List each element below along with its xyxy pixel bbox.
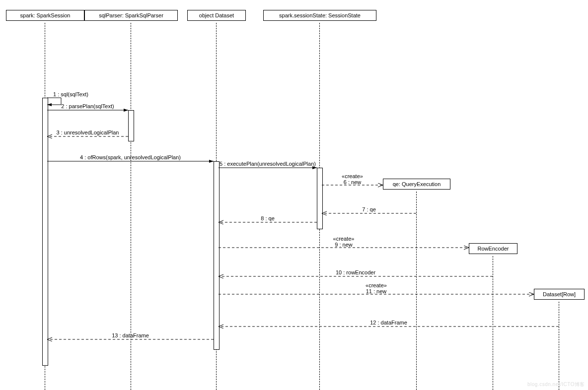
- participant-qe: qe: QueryExecution: [383, 179, 450, 190]
- msg-12: 12 : dataFrame: [370, 320, 407, 325]
- msg-10: 10 : rowEncoder: [336, 269, 375, 275]
- participant-spark: spark: SparkSession: [6, 10, 84, 21]
- participant-sqlParser: sqlParser: SparkSqlParser: [84, 10, 178, 21]
- activation-sqlParser: [128, 110, 134, 141]
- activation-dataset: [214, 161, 220, 350]
- participant-dataset: object Dataset: [187, 10, 246, 21]
- lifeline-datasetRow: [559, 302, 559, 390]
- msg-9: 9 : new: [335, 242, 352, 248]
- participant-sessionState: spark.sessionState: SessionState: [263, 10, 376, 21]
- msg-7: 7 : qe: [362, 206, 376, 212]
- sequence-diagram: blog.csdn.net/ICTO博客 spark: SparkSession…: [0, 0, 588, 390]
- msg-1: 1 : sql(sqlText): [53, 91, 88, 97]
- msg-6: 6 : new: [344, 179, 361, 185]
- msg-6-stereo: «create»: [342, 173, 363, 179]
- watermark: blog.csdn.net/ICTO博客: [527, 381, 585, 388]
- msg-4: 4 : ofRows(spark, unresolvedLogicalPlan): [80, 154, 181, 160]
- lifeline-qe: [416, 192, 417, 390]
- participant-rowEncoder: RowEncoder: [469, 243, 517, 254]
- activation-sessionState: [317, 168, 323, 229]
- participant-datasetRow: Dataset[Row]: [534, 289, 585, 300]
- msg-5: 5 : executePlan(unresolvedLogicalPlan): [220, 161, 316, 167]
- msg-2: 2 : parsePlan(sqlText): [61, 103, 114, 109]
- msg-8: 8 : qe: [261, 215, 275, 221]
- msg-11: 11 : new: [366, 288, 387, 294]
- msg-9-stereo: «create»: [333, 236, 355, 242]
- activation-spark: [42, 98, 48, 366]
- msg-11-stereo: «create»: [366, 282, 387, 288]
- lifeline-rowEncoder: [493, 256, 493, 390]
- arrows-layer: [0, 0, 588, 390]
- msg-13: 13 : dataFrame: [112, 332, 149, 338]
- msg-3: 3 : unresolvedLogicalPlan: [57, 130, 119, 135]
